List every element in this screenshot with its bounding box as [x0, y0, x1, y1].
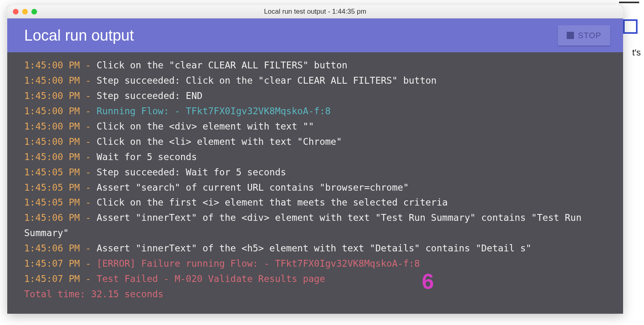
- close-icon[interactable]: [13, 9, 19, 14]
- log-separator: -: [80, 182, 97, 193]
- log-line: 1:45:00 PM - Running Flow: - TFkt7FX0Igv…: [24, 104, 606, 119]
- log-line: 1:45:00 PM - Click on the <li> element w…: [24, 134, 606, 150]
- log-message: Assert "innerText" of the <div> element …: [24, 212, 587, 238]
- log-message: Step succeeded: Click on the "clear CLEA…: [97, 75, 437, 86]
- log-line: 1:45:00 PM - Click on the <div> element …: [24, 119, 606, 134]
- log-message: Running Flow: - TFkt7FX0Igv32VK8MqskoA-f…: [97, 106, 331, 116]
- log-timestamp: 1:45:00 PM: [24, 91, 80, 101]
- log-timestamp: 1:45:05 PM: [24, 167, 80, 177]
- log-timestamp: 1:45:05 PM: [24, 182, 80, 193]
- log-line: 1:45:00 PM - Wait for 5 seconds: [24, 150, 606, 165]
- log-message: Step succeeded: Wait for 5 seconds: [97, 167, 286, 177]
- log-timestamp: 1:45:06 PM: [24, 243, 80, 253]
- log-message: Test Failed - M-020 Validate Results pag…: [97, 274, 325, 284]
- log-timestamp: 1:45:07 PM: [24, 274, 80, 284]
- log-separator: -: [80, 212, 97, 223]
- log-total-time: Total time: 32.15 seconds: [24, 287, 606, 302]
- log-message: Step succeeded: END: [97, 91, 202, 101]
- background-text-fragment: t's: [632, 47, 641, 58]
- log-message: [ERROR] Failure running Flow: - TFkt7FX0…: [97, 258, 420, 269]
- log-line: 1:45:06 PM - Assert "innerText" of the <…: [24, 210, 606, 241]
- log-timestamp: 1:45:00 PM: [24, 106, 80, 116]
- log-timestamp: 1:45:05 PM: [24, 197, 80, 208]
- log-message: Assert "innerText" of the <h5> element w…: [97, 243, 531, 253]
- log-message: Assert "search" of current URL contains …: [97, 182, 409, 193]
- log-separator: -: [80, 243, 97, 253]
- stop-icon: [567, 32, 574, 39]
- page-title: Local run output: [24, 27, 134, 44]
- log-separator: -: [80, 167, 97, 177]
- log-separator: -: [80, 91, 97, 101]
- log-separator: -: [80, 258, 97, 269]
- log-separator: -: [80, 75, 97, 86]
- stop-button-label: STOP: [578, 31, 601, 40]
- log-message: Wait for 5 seconds: [97, 152, 197, 162]
- window: Local run test output - 1:44:35 pm Local…: [7, 5, 623, 314]
- log-timestamp: 1:45:06 PM: [24, 212, 80, 223]
- log-timestamp: 1:45:00 PM: [24, 121, 80, 132]
- log-message: Click on the <div> element with text "": [97, 121, 314, 132]
- log-timestamp: 1:45:00 PM: [24, 136, 80, 147]
- log-separator: -: [80, 136, 97, 147]
- log-line: 1:45:05 PM - Click on the first <i> elem…: [24, 195, 606, 210]
- stop-button[interactable]: STOP: [558, 25, 610, 45]
- minimize-icon[interactable]: [22, 9, 28, 14]
- log-message: Click on the first <i> element that meet…: [97, 197, 448, 208]
- log-separator: -: [80, 60, 97, 70]
- header: Local run output STOP: [7, 19, 623, 52]
- log-timestamp: 1:45:07 PM: [24, 258, 80, 269]
- log-line: 1:45:00 PM - Step succeeded: END: [24, 88, 606, 104]
- log-separator: -: [80, 106, 97, 116]
- annotation-number: 6: [422, 263, 434, 299]
- log-timestamp: 1:45:00 PM: [24, 152, 80, 162]
- log-message: Click on the <li> element with text "Chr…: [97, 136, 342, 147]
- log-message: Click on the "clear CLEAR ALL FILTERS" b…: [97, 60, 347, 70]
- log-line: 1:45:06 PM - Assert "innerText" of the <…: [24, 241, 606, 256]
- titlebar: Local run test output - 1:44:35 pm: [7, 5, 623, 19]
- log-line: 1:45:05 PM - Assert "search" of current …: [24, 180, 606, 195]
- log-timestamp: 1:45:00 PM: [24, 60, 80, 70]
- console-output: 1:45:00 PM - Click on the "clear CLEAR A…: [7, 52, 623, 314]
- log-line: 1:45:05 PM - Step succeeded: Wait for 5 …: [24, 165, 606, 180]
- log-line: 1:45:00 PM - Step succeeded: Click on th…: [24, 73, 606, 88]
- log-separator: -: [80, 121, 97, 132]
- log-separator: -: [80, 197, 97, 208]
- window-controls: [13, 9, 37, 14]
- log-timestamp: 1:45:00 PM: [24, 75, 80, 86]
- log-separator: -: [80, 152, 97, 162]
- log-line: 1:45:00 PM - Click on the "clear CLEAR A…: [24, 58, 606, 73]
- log-line: 1:45:07 PM - [ERROR] Failure running Flo…: [24, 256, 606, 272]
- log-separator: -: [80, 274, 97, 284]
- log-line: 1:45:07 PM - Test Failed - M-020 Validat…: [24, 272, 606, 287]
- background-decoration: [621, 0, 642, 34]
- maximize-icon[interactable]: [31, 9, 37, 14]
- window-title: Local run test output - 1:44:35 pm: [7, 8, 623, 16]
